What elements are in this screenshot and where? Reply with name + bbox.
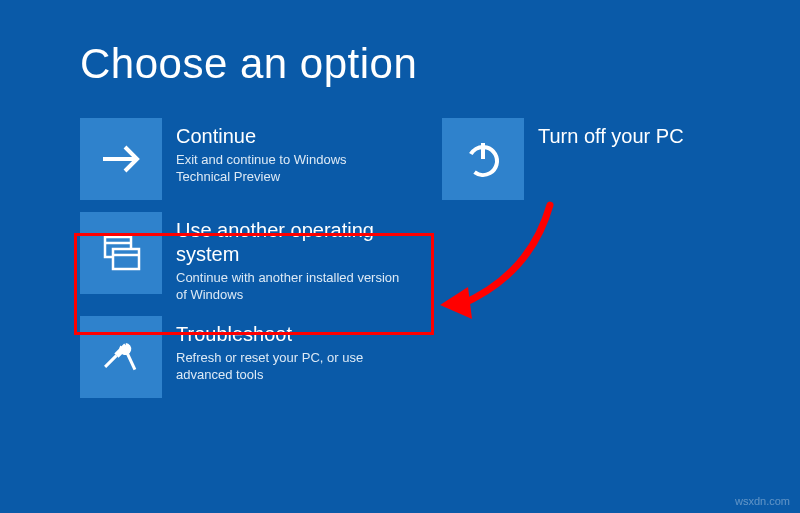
option-turn-off-title: Turn off your PC (538, 124, 684, 148)
option-use-another-os-title: Use another operating system (176, 218, 402, 266)
page-title: Choose an option (80, 40, 720, 88)
option-turn-off[interactable]: Turn off your PC (442, 118, 684, 200)
option-continue-title: Continue (176, 124, 402, 148)
option-use-another-os[interactable]: Use another operating system Continue wi… (80, 212, 402, 304)
windows-stack-icon (80, 212, 162, 294)
watermark: wsxdn.com (735, 495, 790, 507)
option-continue-desc: Exit and continue to Windows Technical P… (176, 152, 402, 186)
option-use-another-os-desc: Continue with another installed version … (176, 270, 402, 304)
svg-rect-6 (104, 354, 117, 367)
arrow-right-icon (80, 118, 162, 200)
tools-icon (80, 316, 162, 398)
option-continue[interactable]: Continue Exit and continue to Windows Te… (80, 118, 402, 200)
option-troubleshoot-title: Troubleshoot (176, 322, 402, 346)
option-troubleshoot[interactable]: Troubleshoot Refresh or reset your PC, o… (80, 316, 402, 398)
power-icon (442, 118, 524, 200)
option-troubleshoot-desc: Refresh or reset your PC, or use advance… (176, 350, 402, 384)
svg-rect-3 (113, 249, 139, 269)
